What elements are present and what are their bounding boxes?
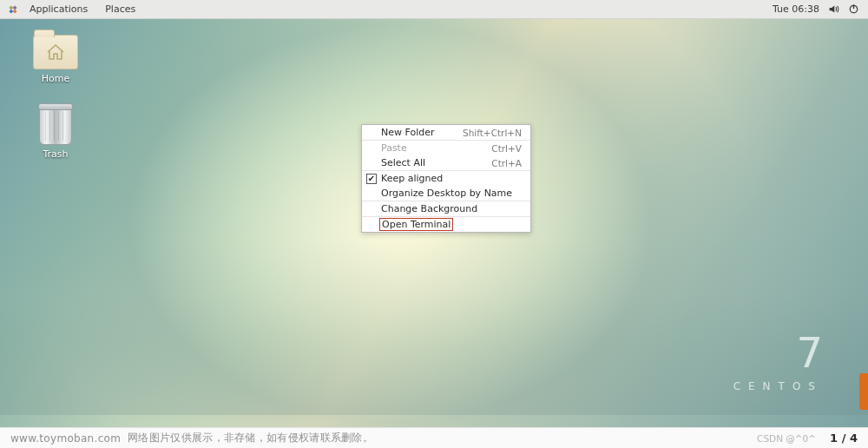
svg-rect-0 (9, 5, 13, 10)
brand-name: CENTOS (733, 380, 823, 392)
page-indicator: 1 / 4 (830, 432, 858, 445)
menu-item-label: New Folder (381, 127, 434, 138)
menu-item-label: Change Background (381, 203, 477, 214)
svg-rect-1 (13, 9, 17, 13)
watermark-text: 网络图片仅供展示，非存储，如有侵权请联系删除。 (128, 431, 373, 445)
panel-left: Applications Places (0, 0, 144, 19)
menu-change-background[interactable]: Change Background (362, 201, 530, 216)
menu-new-folder[interactable]: New Folder Shift+Ctrl+N (362, 125, 530, 140)
menu-item-shortcut: Ctrl+A (491, 158, 522, 168)
svg-rect-5 (853, 4, 854, 9)
svg-rect-2 (13, 5, 17, 10)
menu-select-all[interactable]: Select All Ctrl+A (362, 155, 530, 170)
distro-logo-icon (7, 3, 19, 16)
home-icon (34, 36, 77, 69)
menu-item-label: Paste (381, 142, 407, 154)
menu-keep-aligned[interactable]: ✔ Keep aligned (362, 171, 530, 186)
volume-icon[interactable] (828, 3, 839, 15)
power-icon[interactable] (848, 3, 859, 15)
trash[interactable]: Trash (24, 107, 87, 160)
panel-right: Tue 06:38 (773, 3, 868, 15)
home-folder[interactable]: Home (24, 35, 87, 84)
svg-rect-3 (9, 9, 13, 13)
menu-item-label: Select All (381, 157, 425, 168)
places-menu[interactable]: Places (96, 0, 144, 19)
top-panel: Applications Places Tue 06:38 (0, 0, 868, 19)
applications-menu[interactable]: Applications (21, 0, 96, 19)
desktop-wallpaper[interactable]: Applications Places Tue 06:38 Home Trash (0, 0, 868, 448)
watermark-site: www.toymoban.com (10, 432, 121, 445)
desktop-icons: Home Trash (24, 35, 87, 160)
menu-item-label: Keep aligned (381, 173, 443, 184)
home-folder-label: Home (42, 73, 69, 84)
menu-organize-by-name[interactable]: Organize Desktop by Name (362, 186, 530, 201)
clock[interactable]: Tue 06:38 (773, 3, 819, 15)
watermark-csdn: CSDN @^0^ (757, 433, 816, 444)
orange-accent-tab (859, 373, 868, 410)
menu-item-label: Open Terminal (382, 219, 450, 230)
annotation-highlight: Open Terminal (379, 218, 453, 231)
trash-label: Trash (43, 148, 68, 160)
brand-version: 7 (733, 332, 823, 373)
menu-paste: Paste Ctrl+V (362, 141, 530, 155)
checkbox-icon: ✔ (366, 174, 377, 184)
menu-item-shortcut: Shift+Ctrl+N (463, 128, 522, 138)
watermark-bar: www.toymoban.com 网络图片仅供展示，非存储，如有侵权请联系删除。… (0, 427, 868, 448)
folder-icon (33, 35, 78, 69)
menu-item-label: Organize Desktop by Name (381, 188, 512, 199)
distro-brand: 7 CENTOS (733, 332, 823, 392)
menu-open-terminal[interactable]: Open Terminal (362, 217, 530, 232)
menu-item-shortcut: Ctrl+V (491, 143, 522, 154)
desktop-context-menu: New Folder Shift+Ctrl+N Paste Ctrl+V Sel… (361, 124, 531, 233)
trash-icon (39, 107, 72, 145)
